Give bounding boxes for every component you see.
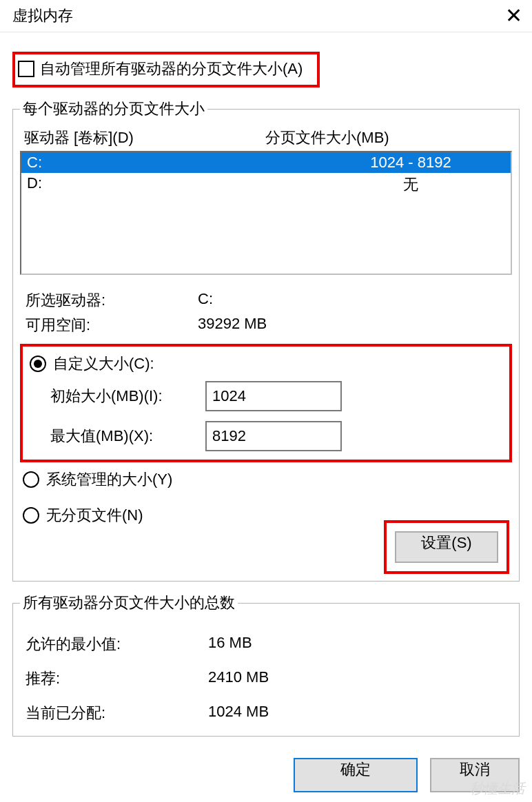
close-icon[interactable]: ✕ xyxy=(500,6,528,26)
custom-size-box: 自定义大小(C): 初始大小(MB)(I): 最大值(MB)(X): xyxy=(20,344,512,462)
radio-system-label: 系统管理的大小(Y) xyxy=(46,469,172,490)
radio-custom-size[interactable]: 自定义大小(C): xyxy=(28,351,504,377)
max-size-input[interactable] xyxy=(205,421,342,451)
size-cell: 1024 - 8192 xyxy=(314,154,508,172)
set-button[interactable]: 设置(S) xyxy=(395,531,498,563)
size-cell: 无 xyxy=(314,174,508,195)
drive-list[interactable]: C: 1024 - 8192 D: 无 xyxy=(20,151,512,275)
free-space-label: 可用空间: xyxy=(25,315,198,336)
header-drive: 驱动器 [卷标](D) xyxy=(24,127,265,148)
watermark: 秒懂生活 xyxy=(470,779,525,798)
radio-icon[interactable] xyxy=(23,471,39,488)
totals-legend: 所有驱动器分页文件大小的总数 xyxy=(20,593,238,613)
per-drive-group: 每个驱动器的分页文件大小 驱动器 [卷标](D) 分页文件大小(MB) C: 1… xyxy=(12,99,520,582)
ok-button[interactable]: 确定 xyxy=(294,758,418,792)
set-button-highlight: 设置(S) xyxy=(384,520,509,574)
rec-label: 推荐: xyxy=(25,668,208,689)
rec-value: 2410 MB xyxy=(208,668,507,689)
radio-icon[interactable] xyxy=(30,356,46,372)
min-label: 允许的最小值: xyxy=(25,634,208,655)
drive-cell: C: xyxy=(24,154,314,172)
drive-row[interactable]: C: 1024 - 8192 xyxy=(21,152,511,173)
header-size: 分页文件大小(MB) xyxy=(265,127,508,148)
radio-custom-label: 自定义大小(C): xyxy=(53,353,154,374)
cur-value: 1024 MB xyxy=(208,703,507,723)
auto-manage-checkbox[interactable] xyxy=(18,61,34,77)
selected-drive-value: C: xyxy=(198,290,507,311)
auto-manage-label: 自动管理所有驱动器的分页文件大小(A) xyxy=(40,59,303,79)
selected-drive-label: 所选驱动器: xyxy=(25,290,198,311)
window-title: 虚拟内存 xyxy=(12,6,73,26)
drive-row[interactable]: D: 无 xyxy=(21,173,511,196)
initial-size-input[interactable] xyxy=(205,381,342,411)
per-drive-legend: 每个驱动器的分页文件大小 xyxy=(20,99,207,119)
cur-label: 当前已分配: xyxy=(25,703,208,723)
totals-group: 所有驱动器分页文件大小的总数 允许的最小值: 16 MB 推荐: 2410 MB… xyxy=(12,593,520,737)
initial-size-label: 初始大小(MB)(I): xyxy=(50,386,192,407)
max-size-label: 最大值(MB)(X): xyxy=(50,426,192,446)
auto-manage-row[interactable]: 自动管理所有驱动器的分页文件大小(A) xyxy=(12,52,320,88)
min-value: 16 MB xyxy=(208,634,507,655)
free-space-value: 39292 MB xyxy=(198,315,507,336)
radio-system-managed[interactable]: 系统管理的大小(Y) xyxy=(21,466,511,493)
drive-cell: D: xyxy=(24,174,314,195)
